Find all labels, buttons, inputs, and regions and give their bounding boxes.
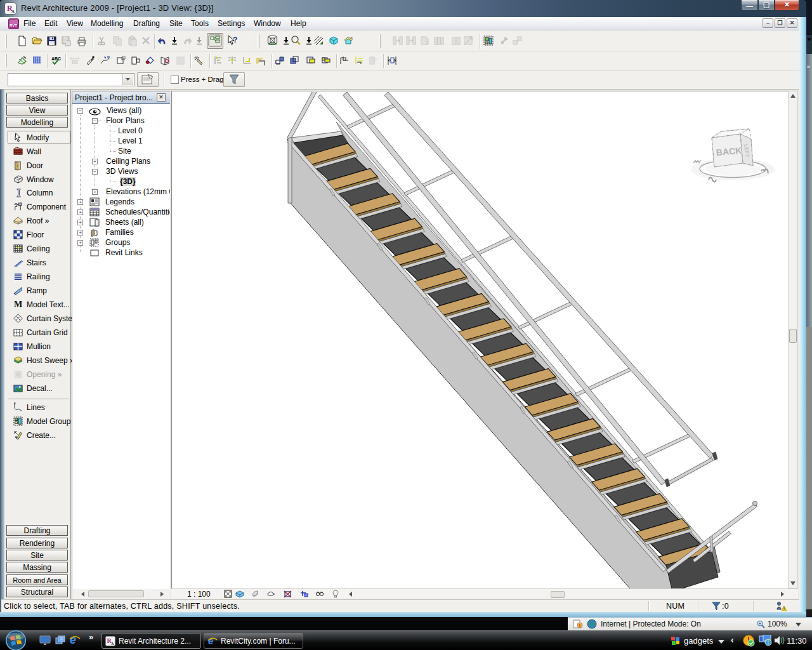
svg-text:A: A [11, 9, 15, 14]
svg-text:?: ? [233, 36, 237, 44]
svg-text:RVT: RVT [10, 23, 17, 27]
svg-text:!: ! [783, 607, 785, 611]
svg-text:e: e [208, 636, 213, 646]
svg-text:e: e [70, 633, 76, 646]
svg-text:ABC: ABC [51, 56, 61, 61]
svg-text:M: M [14, 300, 22, 309]
svg-text:A: A [111, 642, 114, 646]
svg-text:!: ! [579, 623, 581, 628]
svg-text:+: + [759, 621, 762, 627]
